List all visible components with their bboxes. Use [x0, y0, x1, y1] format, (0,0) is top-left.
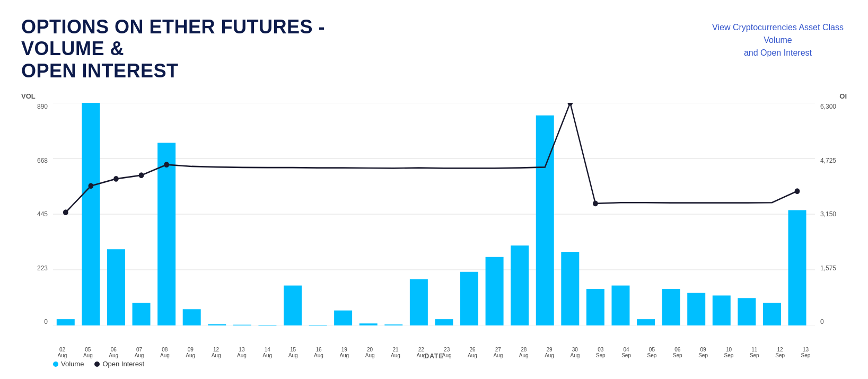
oi-dot-4 — [164, 162, 169, 168]
date-label-3: 07Aug — [130, 347, 148, 358]
oi-legend-label: Open Interest — [102, 360, 144, 368]
bar-25 — [687, 293, 705, 325]
oi-dot-29 — [795, 188, 800, 194]
volume-legend-label: Volume — [61, 360, 84, 368]
chart-svg-area — [53, 103, 815, 325]
oi-dot-3 — [139, 172, 144, 178]
bar-19 — [536, 116, 554, 325]
date-label-13: 21Aug — [386, 347, 405, 358]
legend-oi: Open Interest — [94, 360, 144, 368]
bar-6 — [208, 324, 226, 325]
bar-1 — [82, 103, 100, 325]
date-label-28: 12Sep — [771, 347, 790, 358]
date-label-21: 03Sep — [591, 347, 610, 358]
bar-10 — [309, 325, 327, 325]
asset-class-link[interactable]: View Cryptocurrencies Asset Class Volume… — [709, 21, 847, 59]
date-label-17: 27Aug — [489, 347, 507, 358]
date-label-7: 13Aug — [232, 347, 251, 358]
chart-svg — [53, 103, 815, 325]
bar-11 — [334, 311, 352, 325]
bar-14 — [410, 279, 428, 325]
date-label-19: 29Aug — [540, 347, 559, 358]
date-label-11: 19Aug — [335, 347, 354, 358]
oi-dot-2 — [113, 176, 119, 182]
date-label-9: 15Aug — [284, 347, 302, 358]
date-label-25: 09Sep — [694, 347, 713, 358]
bar-3 — [133, 303, 151, 326]
oi-axis-label: OI — [839, 92, 847, 100]
date-label-2: 06Aug — [104, 347, 123, 358]
vol-axis-label: VOL — [21, 92, 36, 100]
date-label-23: 05Sep — [643, 347, 661, 358]
date-label-8: 14Aug — [258, 347, 277, 358]
volume-legend-icon — [53, 362, 58, 367]
date-label-0: 02Aug — [53, 347, 72, 358]
page-title: OPTIONS ON ETHER FUTURES - VOLUME & OPEN… — [21, 16, 392, 82]
bar-17 — [486, 257, 504, 325]
date-label-26: 10Sep — [720, 347, 738, 358]
bar-18 — [511, 245, 529, 325]
date-label-22: 04Sep — [617, 347, 636, 358]
bar-21 — [586, 289, 604, 325]
date-label-29: 13Sep — [796, 347, 815, 358]
date-label-27: 11Sep — [745, 347, 764, 358]
bar-13 — [384, 324, 402, 325]
x-axis-title: DATE — [425, 352, 444, 360]
y-axis-left: 890 668 445 223 0 — [21, 103, 50, 325]
bar-5 — [183, 309, 201, 325]
legend-volume: Volume — [53, 360, 84, 368]
bar-27 — [738, 298, 756, 325]
bar-0 — [57, 319, 75, 325]
bar-22 — [611, 286, 629, 325]
oi-dot-21 — [593, 201, 598, 207]
date-label-4: 08Aug — [155, 347, 174, 358]
oi-legend-icon — [94, 362, 100, 367]
legend: Volume Open Interest — [53, 360, 144, 368]
date-label-6: 12Aug — [207, 347, 225, 358]
date-label-24: 06Sep — [668, 347, 687, 358]
bar-28 — [763, 303, 781, 326]
bar-24 — [662, 289, 680, 325]
bar-4 — [157, 143, 176, 326]
oi-dot-20 — [567, 103, 573, 105]
bar-26 — [713, 296, 731, 326]
date-label-12: 20Aug — [361, 347, 379, 358]
bar-23 — [637, 319, 655, 325]
date-label-18: 28Aug — [514, 347, 533, 358]
bar-16 — [460, 272, 478, 325]
bar-15 — [435, 319, 453, 325]
date-label-1: 05Aug — [78, 347, 97, 358]
date-label-10: 16Aug — [309, 347, 328, 358]
date-label-20: 30Aug — [566, 347, 584, 358]
date-label-16: 26Aug — [463, 347, 482, 358]
bar-12 — [360, 323, 378, 325]
y-axis-right: 6,300 4,725 3,150 1,575 0 — [818, 103, 847, 325]
oi-dot-0 — [63, 209, 68, 215]
oi-dot-1 — [89, 183, 94, 189]
bar-29 — [788, 210, 806, 326]
bar-2 — [107, 249, 125, 325]
bar-8 — [258, 325, 276, 325]
bar-7 — [233, 325, 251, 325]
bar-20 — [561, 252, 579, 325]
chart-container: VOL OI 890 668 445 223 0 6,300 4,725 3,1… — [21, 87, 847, 368]
bar-9 — [284, 286, 302, 325]
date-label-5: 09Aug — [181, 347, 200, 358]
